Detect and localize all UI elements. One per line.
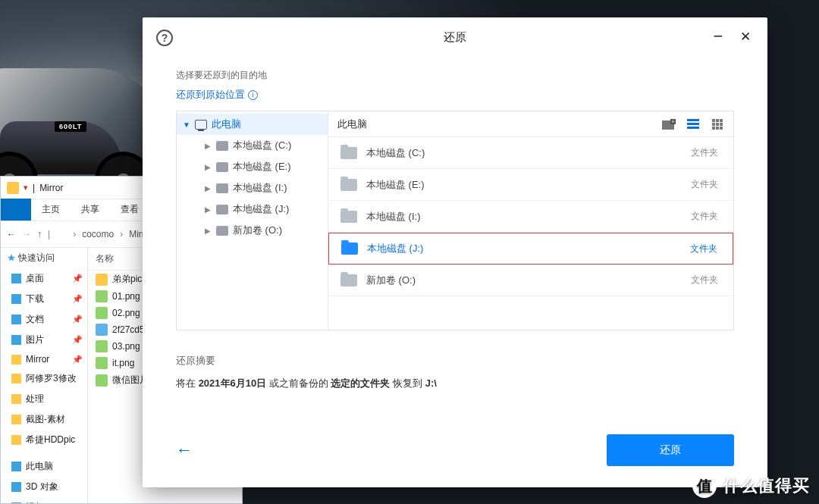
folder-icon [11, 374, 21, 383]
svg-rect-9 [712, 123, 715, 126]
folder-grid: 此电脑 + 本地磁盘 (C:)文件夹 本地磁盘 (E:)文件夹 本地磁盘 (I:… [328, 111, 733, 330]
dialog-title: 还原 [143, 30, 767, 45]
tab-file[interactable] [1, 199, 31, 221]
folder-icon [11, 435, 21, 445]
grid-row[interactable]: 本地磁盘 (I:)文件夹 [328, 201, 733, 233]
caret-right-icon[interactable]: ▶ [204, 184, 212, 193]
help-icon[interactable]: ? [156, 30, 173, 46]
caret-right-icon[interactable]: ▶ [204, 205, 212, 214]
nav-fwd-icon: → [22, 229, 31, 239]
sidebar-item[interactable]: 截图-素材 [1, 409, 87, 430]
location-browser: ▼ 此电脑 ▶本地磁盘 (C:) ▶本地磁盘 (E:) ▶本地磁盘 (I:) ▶… [176, 111, 734, 330]
tree-item[interactable]: ▶本地磁盘 (J:) [177, 199, 328, 220]
sidebar-item[interactable]: Mirror📌 [1, 350, 87, 368]
png-icon [96, 340, 108, 352]
restore-button[interactable]: 还原 [607, 434, 734, 466]
computer-icon [195, 120, 207, 130]
pin-icon: 📌 [72, 315, 83, 324]
close-button[interactable]: ✕ [733, 23, 758, 49]
restore-original-link[interactable]: 还原到原始位置 i [176, 88, 734, 102]
folder-icon [11, 415, 21, 424]
watermark: 值 什么值得买 [692, 474, 810, 498]
grid-row-selected[interactable]: 本地磁盘 (J:)文件夹 [328, 233, 733, 265]
pictures-icon [11, 335, 21, 345]
folder-icon [216, 162, 228, 172]
pin-icon: 📌 [72, 335, 83, 345]
png-icon [96, 290, 108, 302]
caret-right-icon[interactable]: ▶ [204, 227, 212, 235]
folder-icon [11, 355, 21, 365]
tab-home[interactable]: 主页 [31, 197, 71, 221]
sidebar-item[interactable]: 图片📌 [1, 330, 87, 350]
pin-icon: 📌 [72, 274, 83, 283]
sidebar-item[interactable]: 桌面📌 [1, 268, 87, 289]
tree-item[interactable]: ▶新加卷 (O:) [177, 220, 328, 241]
video-icon [11, 502, 21, 503]
sidebar-item[interactable]: 希捷HDDpic [1, 430, 87, 450]
3d-icon [11, 482, 21, 492]
view-list-icon[interactable] [686, 117, 700, 131]
grid-row[interactable]: 新加卷 (O:)文件夹 [328, 265, 733, 296]
restore-summary: 还原摘要 将在 2021年6月10日 或之前备份的 选定的文件夹 恢复到 J:\ [176, 355, 734, 390]
pin-icon: 📌 [72, 355, 83, 365]
svg-rect-5 [687, 127, 699, 129]
sidebar-item[interactable]: 文档📌 [1, 309, 87, 330]
new-folder-icon[interactable]: + [662, 117, 676, 131]
summary-label: 还原摘要 [176, 355, 734, 368]
png-icon [96, 357, 108, 369]
nav-back-icon[interactable]: ← [7, 229, 16, 239]
folder-icon [216, 226, 228, 236]
tree-item[interactable]: ▶本地磁盘 (C:) [177, 135, 328, 156]
nav-up-icon[interactable]: ↑ [37, 229, 42, 239]
tree-item[interactable]: ▶本地磁盘 (E:) [177, 156, 328, 177]
svg-rect-3 [687, 119, 699, 121]
sidebar-item[interactable]: 3D 对象 [1, 477, 87, 497]
folder-icon [56, 229, 67, 239]
caret-right-icon[interactable]: ▶ [204, 142, 212, 150]
folder-icon [340, 211, 357, 223]
sidebar-item[interactable]: 视频 [1, 497, 87, 503]
grid-header: 此电脑 + [328, 111, 733, 137]
folder-icon [96, 274, 108, 286]
dialog-titlebar: ? 还原 − ✕ [143, 17, 767, 58]
minimize-button[interactable]: − [705, 23, 731, 49]
explorer-flag-icon: ▾ [24, 183, 28, 193]
tree-root[interactable]: ▼ 此电脑 [177, 114, 328, 135]
breadcrumb-part[interactable]: cocomo [82, 229, 114, 239]
folder-icon [11, 394, 21, 404]
info-icon[interactable]: i [248, 90, 258, 100]
svg-text:+: + [671, 119, 674, 124]
folder-icon [340, 179, 357, 191]
grid-row[interactable]: 本地磁盘 (C:)文件夹 [328, 137, 733, 169]
folder-icon [340, 274, 357, 286]
watermark-icon: 值 [692, 474, 717, 498]
svg-rect-10 [716, 123, 719, 126]
svg-rect-4 [687, 123, 699, 125]
caret-right-icon[interactable]: ▶ [204, 163, 212, 171]
grid-row[interactable]: 本地磁盘 (E:)文件夹 [328, 169, 733, 201]
folder-icon [7, 182, 19, 194]
tree-item[interactable]: ▶本地磁盘 (I:) [177, 177, 328, 199]
caret-down-icon[interactable]: ▼ [183, 121, 190, 129]
svg-rect-13 [716, 127, 719, 130]
sidebar-item[interactable]: 阿修罗3修改 [1, 368, 87, 389]
svg-rect-11 [720, 123, 723, 126]
svg-rect-8 [720, 119, 723, 122]
sidebar-item[interactable]: 处理 [1, 389, 87, 409]
folder-icon [216, 205, 228, 214]
car-badge: 600LT [55, 121, 86, 132]
svg-rect-6 [712, 119, 715, 122]
download-icon [11, 294, 21, 304]
view-grid-icon[interactable] [711, 117, 724, 131]
folder-tree[interactable]: ▼ 此电脑 ▶本地磁盘 (C:) ▶本地磁盘 (E:) ▶本地磁盘 (I:) ▶… [177, 111, 328, 330]
restore-dialog: ? 还原 − ✕ 选择要还原到的目的地 还原到原始位置 i ▼ 此电脑 ▶本地磁… [143, 17, 767, 487]
sidebar-item[interactable]: 下载📌 [1, 289, 87, 309]
back-button[interactable]: ← [176, 440, 193, 460]
quick-access-header[interactable]: ★ 快速访问 [1, 248, 87, 268]
tab-share[interactable]: 共享 [71, 197, 110, 221]
documents-icon [11, 315, 21, 324]
folder-icon [216, 183, 228, 193]
sidebar-item[interactable]: 此电脑 [1, 456, 87, 477]
summary-text: 将在 2021年6月10日 或之前备份的 选定的文件夹 恢复到 J:\ [176, 377, 734, 390]
png-icon [96, 307, 108, 319]
